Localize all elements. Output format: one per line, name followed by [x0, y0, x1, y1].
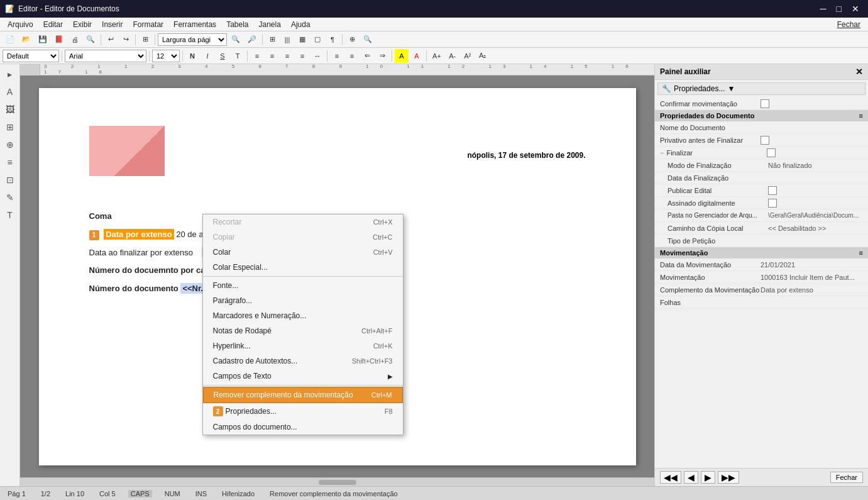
print-button[interactable]: 🖨 [68, 33, 82, 47]
properties-dropdown[interactable]: 🔧 Propriedades... ▼ [657, 82, 865, 95]
assinado-checkbox[interactable] [768, 199, 777, 208]
undo-button[interactable]: ↩ [104, 33, 118, 47]
app-icon: 📝 [5, 4, 14, 13]
save-button[interactable]: 💾 [35, 33, 50, 47]
ctx-remover-complemento[interactable]: Remover complemento da movimentação Ctrl… [203, 387, 403, 403]
pdf-button[interactable]: 📕 [52, 33, 67, 47]
sidebar-icon-5[interactable]: ⊕ [3, 137, 18, 152]
ctx-campos-documento[interactable]: Campos do documento... [203, 419, 403, 435]
zoom-in-button[interactable]: 🔍 [228, 33, 243, 47]
menu-editar[interactable]: Editar [38, 19, 68, 30]
ctx-cadastro[interactable]: Cadastro de Autotextos... Shift+Ctrl+F3 [203, 353, 403, 369]
ctx-fonte[interactable]: Fonte... [203, 278, 403, 293]
nav-button[interactable]: ⊕ [345, 33, 359, 47]
coma-text: Coma [89, 211, 112, 221]
panel-fechar-button[interactable]: Fechar [830, 472, 863, 483]
sidebar-icon-2[interactable]: A [3, 84, 18, 99]
sidebar-icon-4[interactable]: ⊞ [3, 119, 18, 135]
nav-next-button[interactable]: ▶ [701, 471, 715, 484]
bold-button[interactable]: N [185, 49, 199, 63]
style-select[interactable]: Default [3, 50, 59, 62]
open-button[interactable]: 📂 [19, 33, 34, 47]
sidebar-icon-1[interactable]: ▸ [3, 67, 18, 82]
menu-ferramentas[interactable]: Ferramentas [168, 19, 221, 30]
sidebar-icon-6[interactable]: ≡ [3, 155, 18, 170]
menu-janela[interactable]: Janela [254, 19, 286, 30]
ctx-copiar[interactable]: Copiar Ctrl+C [203, 230, 403, 245]
nav-first-button[interactable]: ◀◀ [660, 471, 681, 484]
sidebar-icon-9[interactable]: T [3, 208, 18, 223]
finalizar-expand[interactable]: − [660, 149, 664, 157]
ctx-hyperlink[interactable]: Hyperlink... Ctrl+K [203, 338, 403, 353]
zoom-select[interactable]: Largura da pági [158, 33, 227, 46]
indent-in-button[interactable]: ⇒ [375, 49, 389, 63]
number-list-button[interactable]: ≡ [345, 49, 359, 63]
frames-button[interactable]: ▦ [295, 33, 309, 47]
redo-button[interactable]: ↪ [119, 33, 133, 47]
new-doc-button[interactable]: 📄 [3, 33, 18, 47]
confirm-checkbox[interactable] [761, 99, 769, 108]
preview-button[interactable]: 🔍 [83, 33, 98, 47]
menu-inserir[interactable]: Inserir [97, 19, 128, 30]
borders-button[interactable]: ▢ [310, 33, 324, 47]
sidebar-icon-7[interactable]: ⊡ [3, 172, 18, 187]
columns-button[interactable]: ||| [280, 33, 294, 47]
align-left-button[interactable]: ≡ [250, 49, 264, 63]
menu-ajuda[interactable]: Ajuda [286, 19, 316, 30]
underline-button[interactable]: S [216, 49, 229, 63]
ctx-recortar[interactable]: Recortar Ctrl+X [203, 214, 403, 230]
font-color-button[interactable]: A [410, 49, 424, 63]
submenu-arrow: ▶ [388, 373, 393, 380]
sidebar-icon-8[interactable]: ✎ [3, 190, 18, 205]
hscroll-thumb[interactable] [319, 480, 356, 485]
panel-close-button[interactable]: ✕ [855, 67, 863, 77]
ctx-colar-especial[interactable]: Colar Especial... [203, 260, 403, 275]
maximize-button[interactable]: □ [833, 3, 845, 15]
ctx-colar[interactable]: Colar Ctrl+V [203, 245, 403, 260]
sidebar-icon-3[interactable]: 🖼 [3, 102, 18, 117]
italic-button[interactable]: I [201, 49, 214, 63]
image-placeholder [89, 126, 165, 176]
align-right-button[interactable]: ≡ [280, 49, 294, 63]
nav-last-button[interactable]: ▶▶ [718, 471, 739, 484]
increase-font-button[interactable]: A+ [429, 49, 444, 63]
ctx-propriedades[interactable]: 2 Propriedades... F8 [203, 403, 403, 419]
close-button[interactable]: ✕ [848, 3, 863, 15]
subscript-button[interactable]: A₂ [476, 49, 490, 63]
doc-properties-header[interactable]: Propriedades do Documento ≡ [655, 110, 868, 121]
nav-prev-button[interactable]: ◀ [684, 471, 698, 484]
ctx-marcadores[interactable]: Marcadores e Numeração... [203, 308, 403, 323]
font-name-select[interactable]: Arial [65, 50, 146, 62]
align-center-button[interactable]: ≡ [265, 49, 279, 63]
para-button[interactable]: ¶ [326, 33, 339, 47]
justify-button[interactable]: ≡ [295, 49, 309, 63]
ctx-paragrafo[interactable]: Parágrafo... [203, 293, 403, 308]
menu-tabela[interactable]: Tabela [221, 19, 253, 30]
outdent-button[interactable]: ⇐ [360, 49, 374, 63]
highlight-button[interactable]: A [395, 49, 409, 63]
menu-exibir[interactable]: Exibir [68, 19, 97, 30]
doc-scroll[interactable]: nópolis, 17 de setembro de 2009. Recorta… [20, 75, 654, 477]
menu-formatar[interactable]: Formatar [128, 19, 168, 30]
zoom-out-button[interactable]: 🔎 [244, 33, 260, 47]
line4-label: Número do documento [89, 284, 179, 293]
ctx-campos-texto[interactable]: Campos de Texto ▶ [203, 369, 403, 384]
minimize-button[interactable]: ─ [816, 3, 830, 15]
fechar-button[interactable]: Fechar [832, 19, 865, 30]
strikethrough-button[interactable]: T [231, 49, 244, 63]
table-button[interactable]: ⊞ [138, 33, 152, 47]
find-button[interactable]: 🔍 [360, 33, 375, 47]
indent-button[interactable]: ↔ [310, 49, 324, 63]
finalizar-checkbox[interactable] [767, 148, 776, 157]
menu-arquivo[interactable]: Arquivo [3, 19, 38, 30]
privativo-checkbox[interactable] [761, 136, 769, 145]
font-size-select[interactable]: 12 [152, 50, 180, 62]
superscript-button[interactable]: A² [461, 49, 475, 63]
bullet-list-button[interactable]: ≡ [330, 49, 344, 63]
movimentacao-title: Movimentação [660, 249, 708, 257]
movimentacao-header[interactable]: Movimentação ≡ [655, 247, 868, 258]
publicar-checkbox[interactable] [768, 186, 777, 195]
decrease-font-button[interactable]: A- [446, 49, 459, 63]
ctx-notas[interactable]: Notas de Rodapé Ctrl+Alt+F [203, 323, 403, 338]
grid-button[interactable]: ⊞ [265, 33, 279, 47]
